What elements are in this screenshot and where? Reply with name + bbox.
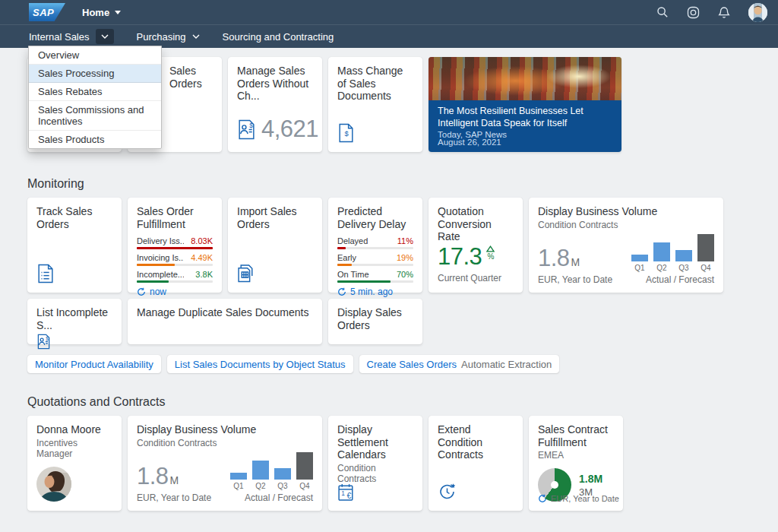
chart-bar-label: Q3 bbox=[678, 264, 688, 272]
menu-item-sales-commissions[interactable]: Sales Commissions and Incentives bbox=[29, 101, 161, 131]
nav-item-purchasing[interactable]: Purchasing bbox=[137, 31, 200, 43]
tile-title: Display Sales Orders bbox=[337, 306, 413, 331]
tile-title: Import Sales Orders bbox=[237, 205, 313, 230]
tile-import-sales-orders[interactable]: Import Sales Orders bbox=[228, 198, 322, 293]
chart-row-label: On Time bbox=[337, 270, 369, 279]
menu-item-sales-rebates[interactable]: Sales Rebates bbox=[29, 83, 161, 101]
kpi-unit: M bbox=[170, 474, 179, 486]
chart-row: Early19% bbox=[337, 253, 413, 266]
menu-item-sales-processing[interactable]: Sales Processing bbox=[29, 65, 161, 83]
kpi-unit: M bbox=[571, 256, 580, 268]
tile-refresh[interactable]: 5 min. ago bbox=[337, 287, 413, 297]
tile-footer-right: Actual / Forecast bbox=[230, 492, 313, 503]
search-icon[interactable] bbox=[656, 6, 669, 18]
nav-item-internal-sales[interactable]: Internal Sales bbox=[29, 29, 114, 44]
tile-display-sales-orders[interactable]: Display Sales Orders bbox=[328, 299, 422, 344]
sap-logo-text: SAP bbox=[33, 7, 54, 18]
tile-subtitle: Condition Contracts bbox=[538, 220, 714, 230]
chevron-down-icon[interactable] bbox=[96, 29, 114, 44]
tile-quotation-conversion-rate[interactable]: Quotation Conversion Rate 17.3 % Current… bbox=[429, 198, 523, 293]
user-avatar-image bbox=[748, 3, 767, 22]
tile-mass-change[interactable]: Mass Change of Sales Documents $ bbox=[328, 57, 422, 152]
monitoring-tile-row-1: Track Sales Orders Sales Order Fulfillme… bbox=[27, 198, 751, 293]
tile-title: Extend Condition Contracts bbox=[438, 423, 514, 461]
news-photo-city-lights bbox=[429, 57, 621, 100]
svg-text:$: $ bbox=[249, 121, 253, 128]
link-create-sales-orders[interactable]: Create Sales Orders Automatic Extraction bbox=[359, 355, 560, 373]
tile-sales-contract-fulfillment[interactable]: Sales Contract Fulfillment EMEA 1.8M 3M … bbox=[529, 416, 623, 511]
news-headline: The Most Resilient Businesses Let Intell… bbox=[438, 106, 612, 129]
chart-bar-label: Q4 bbox=[299, 482, 309, 490]
notifications-bell-icon[interactable] bbox=[718, 6, 730, 19]
link-monitor-product-availability[interactable]: Monitor Product Availability bbox=[27, 355, 161, 373]
chart-row-label: Delayed bbox=[337, 236, 368, 245]
user-avatar[interactable] bbox=[748, 3, 767, 22]
nav-item-label: Purchasing bbox=[137, 31, 186, 43]
tile-sales-order-fulfillment[interactable]: Sales Order Fulfillment Delivery Iss...8… bbox=[128, 198, 222, 293]
link-suffix: Automatic Extraction bbox=[461, 359, 552, 370]
tile-footer-left: EUR, Year to Date bbox=[538, 274, 612, 285]
link-label: List Sales Documents by Object Status bbox=[175, 359, 346, 370]
menu-item-sales-products[interactable]: Sales Products bbox=[29, 131, 161, 148]
tile-title: Manage Duplicate Sales Documents bbox=[137, 306, 313, 319]
chart-row-label: Delivery Iss... bbox=[137, 236, 184, 245]
chart-bar: Q1 bbox=[230, 473, 247, 490]
tile-subtitle: Condition Contracts bbox=[137, 438, 313, 448]
tile-footer-left: EUR, Year to Date bbox=[137, 492, 211, 503]
chart-row: Invoicing Is...4.49K bbox=[137, 253, 213, 266]
tile-extend-condition-contracts[interactable]: Extend Condition Contracts bbox=[429, 416, 523, 511]
link-label: Monitor Product Availability bbox=[35, 359, 153, 370]
link-label: Create Sales Orders bbox=[367, 359, 457, 370]
refresh-icon bbox=[137, 287, 146, 296]
tile-title: Display Business Volume bbox=[538, 205, 714, 218]
quotations-tile-row: Donna Moore Incentives Manager Display B… bbox=[27, 416, 751, 511]
link-list-sales-documents-by-object-status[interactable]: List Sales Documents by Object Status bbox=[167, 355, 353, 373]
tile-list-incomplete[interactable]: List Incomplete S... $ bbox=[27, 299, 122, 344]
refresh-label: now bbox=[150, 287, 166, 297]
tile-title: Mass Change of Sales Documents bbox=[337, 65, 413, 103]
nav-item-sourcing-and-contracting[interactable]: Sourcing and Contracting bbox=[223, 31, 334, 43]
tile-display-business-volume-quotations[interactable]: Display Business Volume Condition Contra… bbox=[128, 416, 322, 511]
svg-text:€: € bbox=[347, 492, 352, 500]
tile-manage-sales-orders[interactable]: Manage Sales Orders Without Ch... $ 4,62… bbox=[228, 57, 322, 152]
tile-display-settlement-calendars[interactable]: Display Settlement Calendars Condition C… bbox=[328, 416, 422, 511]
tile-title: Quotation Conversion Rate bbox=[438, 205, 514, 243]
monitoring-links-row: Monitor Product Availability List Sales … bbox=[27, 355, 751, 373]
nav-item-label: Sourcing and Contracting bbox=[223, 31, 334, 43]
tile-display-business-volume-monitoring[interactable]: Display Business Volume Condition Contra… bbox=[529, 198, 723, 293]
tile-title: Predicted Delivery Delay bbox=[337, 205, 413, 230]
kpi-unit: % bbox=[487, 253, 494, 261]
clock-star-icon bbox=[438, 482, 457, 502]
tile-refresh[interactable]: EUR, Year to Date bbox=[538, 494, 619, 503]
calendar-euro-icon: 1€ bbox=[337, 482, 356, 502]
sales-order-fulfillment-chart: Delivery Iss...8.03KInvoicing Is...4.49K… bbox=[137, 236, 213, 283]
person-dollar-document-icon: $ bbox=[36, 334, 51, 350]
contact-name: Donna Moore bbox=[36, 423, 112, 436]
home-menu-button[interactable]: Home bbox=[82, 7, 121, 18]
tile-manage-duplicate-sales-documents[interactable]: Manage Duplicate Sales Documents bbox=[128, 299, 322, 344]
refresh-label: EUR, Year to Date bbox=[551, 494, 619, 503]
svg-text:$: $ bbox=[344, 130, 349, 138]
chart-row-value: 70% bbox=[397, 270, 413, 279]
copilot-icon[interactable] bbox=[687, 6, 700, 19]
tile-predicted-delivery-delay[interactable]: Predicted Delivery Delay Delayed11%Early… bbox=[328, 198, 422, 293]
sap-logo[interactable]: SAP bbox=[29, 3, 65, 21]
tile-news[interactable]: The Most Resilient Businesses Let Intell… bbox=[429, 57, 621, 152]
trend-up-icon bbox=[486, 245, 495, 252]
donut-actual-value: 1.8M bbox=[579, 473, 602, 485]
chart-row: Incomplete...3.8K bbox=[137, 270, 213, 283]
tile-track-sales-orders[interactable]: Track Sales Orders bbox=[27, 198, 122, 293]
dollar-document-icon: $ bbox=[337, 123, 355, 143]
tile-kpi-value: 1.8 bbox=[137, 463, 169, 489]
tile-refresh[interactable]: now bbox=[137, 287, 213, 297]
menu-item-overview[interactable]: Overview bbox=[29, 46, 161, 65]
news-date: August 26, 2021 bbox=[438, 138, 501, 147]
document-list-icon bbox=[36, 264, 55, 283]
documents-table-icon bbox=[237, 264, 257, 283]
chart-row-label: Incomplete... bbox=[137, 270, 184, 279]
tile-contact-donna-moore[interactable]: Donna Moore Incentives Manager bbox=[27, 416, 122, 511]
home-label: Home bbox=[82, 7, 109, 18]
navigation-bar: Internal Sales Purchasing Sourcing and C… bbox=[0, 24, 778, 48]
chart-bar: Q1 bbox=[631, 255, 648, 272]
tile-title: Sales Order Fulfillment bbox=[137, 205, 213, 230]
